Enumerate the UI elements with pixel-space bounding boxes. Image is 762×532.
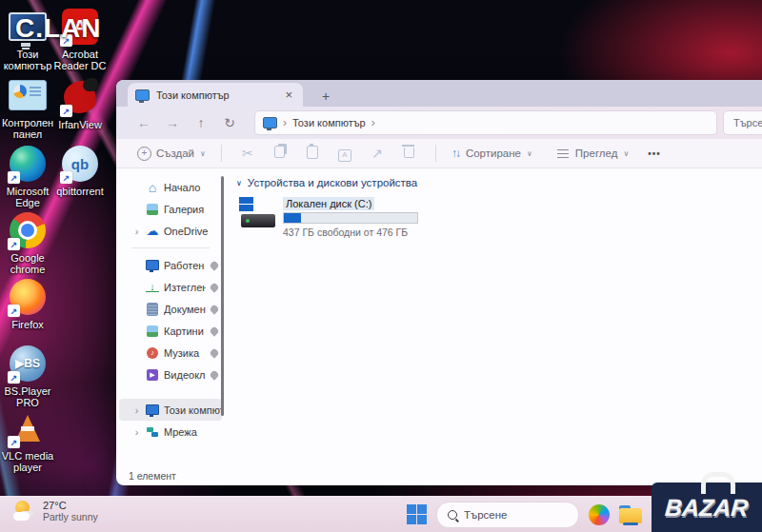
copilot-icon[interactable] — [589, 504, 610, 525]
sidebar-item-downloads[interactable]: ↓ Изтеглени ф — [119, 276, 222, 298]
explorer-search-input[interactable]: Търсене — [724, 111, 762, 134]
chevron-down-icon: ∨ — [527, 149, 532, 158]
watermark-bazar: BAZAR — [652, 483, 762, 532]
tab-close-icon[interactable]: × — [282, 88, 295, 102]
sidebar-item-this-pc[interactable]: › Този компютър — [119, 399, 222, 421]
item-count: 1 елемент — [129, 470, 176, 482]
pin-icon — [209, 304, 219, 314]
shortcut-arrow-icon: ↗ — [60, 105, 72, 117]
control-panel-icon — [9, 80, 47, 110]
sort-icon: ↑↓ — [451, 147, 459, 160]
address-bar[interactable]: › Този компютър › — [255, 111, 716, 134]
shortcut-arrow-icon: ↗ — [8, 171, 20, 184]
sidebar-item-pictures[interactable]: Картини — [119, 320, 222, 342]
navigation-pane: ⌂ Начало Галерия › ☁ OneDrive Работен пл… — [116, 168, 225, 466]
computer-icon — [263, 117, 277, 128]
start-button[interactable] — [407, 504, 427, 524]
tab-this-pc[interactable]: Този компютър × — [128, 83, 303, 107]
pin-icon — [209, 369, 219, 380]
forward-icon[interactable]: → — [158, 115, 187, 130]
chevron-expand-icon[interactable]: › — [132, 404, 141, 416]
paste-icon[interactable] — [296, 146, 329, 162]
breadcrumb[interactable]: Този компютър — [292, 117, 366, 128]
desktop-icon-qbittorrent[interactable]: qb ↗ qbittorrent — [52, 145, 108, 197]
sidebar-item-network[interactable]: › Мрежа — [119, 421, 222, 443]
view-icon — [557, 148, 569, 158]
computer-icon — [135, 89, 150, 101]
command-bar: + Създай ∨ ✂ A ↗ ↑↓ Сортиране ∨ Преглед … — [116, 139, 762, 168]
desktop-icon-edge[interactable]: ↗ Microsoft Edge — [0, 145, 55, 208]
sidebar-item-music[interactable]: ♪ Музика — [119, 342, 222, 364]
taskbar-search-input[interactable]: Търсене — [436, 502, 579, 528]
chevron-expand-icon[interactable]: › — [132, 226, 141, 237]
cut-icon[interactable]: ✂ — [231, 146, 264, 161]
sidebar-scrollbar[interactable] — [221, 176, 224, 416]
up-icon[interactable]: ↑ — [187, 115, 215, 130]
plus-icon: + — [137, 147, 151, 161]
share-icon[interactable]: ↗ — [361, 146, 393, 161]
pin-icon — [209, 347, 219, 358]
desktop-icon-bsplayer[interactable]: ▶BS ↗ BS.Player PRO — [0, 345, 55, 408]
desktop-icon-firefox[interactable]: ↗ Firefox — [0, 278, 55, 330]
navigation-bar: ← → ↑ ↻ › Този компютър › Търсене — [116, 107, 762, 139]
shortcut-arrow-icon: ↗ — [8, 305, 20, 317]
chevron-right-icon[interactable]: › — [371, 116, 375, 129]
refresh-icon[interactable]: ↻ — [215, 115, 244, 130]
chevron-down-icon: ∨ — [200, 149, 206, 158]
new-tab-button[interactable]: + — [316, 89, 335, 107]
chevron-down-icon: ∨ — [623, 149, 629, 158]
file-explorer-icon[interactable] — [619, 505, 643, 524]
desktop-icon-vlc[interactable]: ↗ VLC media player — [0, 409, 55, 473]
sort-button[interactable]: ↑↓ Сортиране ∨ — [446, 147, 538, 160]
sidebar-item-videos[interactable]: ▶ Видеоклипо — [119, 364, 222, 385]
downloads-icon: ↓ — [146, 282, 159, 292]
divider — [221, 145, 222, 162]
shortcut-arrow-icon: ↗ — [8, 238, 20, 250]
drive-capacity-text: 437 ГБ свободни от 476 ГБ — [283, 227, 418, 238]
desktop-icon-irfanview[interactable]: ↗ IrfanView — [52, 78, 108, 130]
videos-icon: ▶ — [146, 369, 159, 381]
drive-usage-bar — [283, 212, 418, 224]
sidebar-item-home[interactable]: ⌂ Начало — [119, 176, 222, 198]
desktop-icon-chrome[interactable]: ↗ Google chrome — [0, 211, 55, 275]
group-header[interactable]: ∨ Устройства и дискови устройства — [236, 177, 762, 188]
weather-temp: 27°C — [43, 500, 98, 511]
weather-condition: Partly sunny — [43, 511, 98, 522]
hard-drive-icon — [238, 197, 276, 227]
desktop-folder-icon — [146, 260, 159, 270]
drive-item-c[interactable]: Локален диск (C:) 437 ГБ свободни от 476… — [238, 197, 414, 238]
pin-icon — [209, 282, 219, 292]
shortcut-arrow-icon: ↗ — [60, 171, 72, 184]
pin-icon — [209, 260, 219, 270]
new-button[interactable]: + Създай ∨ — [131, 147, 211, 161]
copy-icon[interactable] — [264, 146, 296, 161]
this-pc-icon — [146, 404, 159, 415]
search-icon — [448, 510, 457, 520]
desktop-icon-control-panel[interactable]: Контролен панел — [0, 76, 55, 140]
documents-icon — [146, 303, 159, 316]
gallery-icon — [146, 204, 159, 215]
windows-logo-icon — [239, 197, 253, 211]
sidebar-item-documents[interactable]: Документи — [119, 298, 222, 320]
weather-widget[interactable]: 27°C Partly sunny — [13, 500, 98, 522]
folder-view: ∨ Устройства и дискови устройства Локале… — [225, 168, 762, 466]
back-icon[interactable]: ← — [130, 115, 158, 130]
delete-icon[interactable] — [393, 146, 426, 161]
sidebar-item-onedrive[interactable]: › ☁ OneDrive — [119, 220, 222, 242]
taskbar: 27°C Partly sunny Търсене ⚙ — [0, 496, 762, 532]
rename-icon[interactable]: A — [329, 145, 361, 162]
pictures-icon — [146, 325, 159, 337]
divider — [131, 247, 210, 248]
home-icon: ⌂ — [146, 181, 159, 194]
more-options-icon[interactable]: ••• — [648, 148, 661, 159]
pin-icon — [209, 325, 219, 336]
sidebar-item-desktop[interactable]: Работен пло — [119, 254, 222, 276]
onedrive-icon: ☁ — [146, 225, 159, 237]
drive-usage-fill — [284, 213, 301, 223]
chevron-right-icon[interactable]: › — [283, 116, 287, 129]
sidebar-item-gallery[interactable]: Галерия — [119, 198, 222, 220]
drive-name: Локален диск (C:) — [283, 197, 374, 210]
chevron-expand-icon[interactable]: › — [132, 426, 141, 438]
view-button[interactable]: Преглед ∨ — [551, 148, 634, 159]
chevron-down-icon[interactable]: ∨ — [236, 179, 242, 187]
